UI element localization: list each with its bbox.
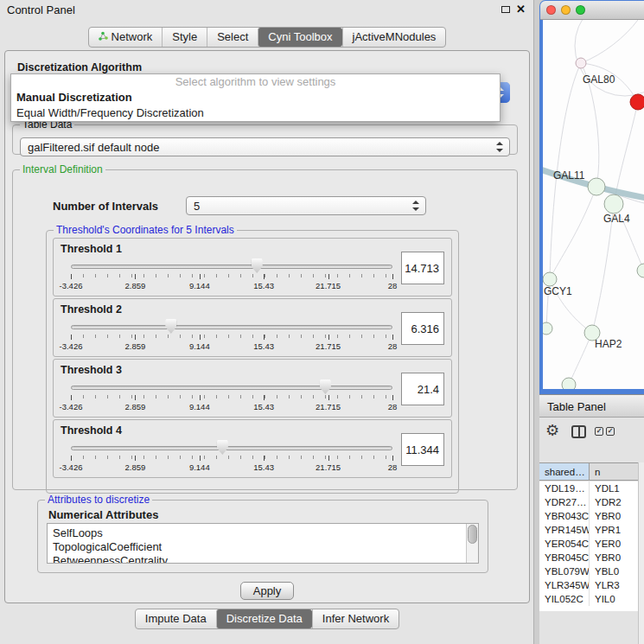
scrollbar-thumb[interactable]: [468, 525, 477, 544]
network-node-label[interactable]: HAP2: [595, 338, 622, 350]
tab-impute-data[interactable]: Impute Data: [136, 609, 216, 628]
column-header-shared-name[interactable]: shared…: [539, 463, 590, 480]
major-tick: [392, 395, 393, 400]
apply-button[interactable]: Apply: [240, 582, 294, 600]
columns-icon[interactable]: [571, 425, 586, 438]
table-cell[interactable]: YIL0: [590, 592, 638, 606]
table-cell[interactable]: YBL079W: [539, 564, 590, 578]
threshold-slider[interactable]: -3.4262.8599.14415.4321.71528: [71, 379, 392, 417]
attribute-list-item[interactable]: TopologicalCoefficient: [53, 540, 478, 554]
network-node-label[interactable]: GAL80: [583, 73, 615, 86]
table-cell[interactable]: YBR043C: [539, 509, 590, 523]
table-cell[interactable]: YPR145W: [539, 523, 590, 537]
attribute-list-item[interactable]: BetweennessCentrality: [53, 554, 478, 564]
dropdown-option-equal-width-frequency[interactable]: Equal Width/Frequency Discretization: [11, 105, 500, 121]
table-cell[interactable]: YBR0: [590, 551, 638, 564]
float-window-icon[interactable]: [501, 6, 510, 13]
numerical-attributes-label: Numerical Attributes: [48, 508, 488, 521]
major-tick: [392, 335, 393, 340]
table-cell[interactable]: YDL1: [590, 481, 638, 495]
network-node-label[interactable]: GAL4: [603, 213, 630, 225]
scale-label: 15.43: [253, 402, 274, 411]
tab-jactivemnodules[interactable]: jActiveMNodules: [342, 28, 446, 47]
list-scrollbar[interactable]: [466, 524, 478, 563]
major-tick: [264, 335, 265, 340]
tab-label: Network: [112, 30, 153, 44]
table-cell[interactable]: YDR2: [590, 495, 638, 509]
network-canvas[interactable]: GAL80GAL11GAL4GCY1HAP2: [543, 20, 644, 389]
tab-label: jActiveMNodules: [353, 30, 437, 44]
tab-select[interactable]: Select: [207, 28, 258, 47]
table-cell[interactable]: YER054C: [539, 537, 590, 551]
interval-definition-group: Interval Definition Number of Intervals …: [12, 163, 518, 490]
table-cell[interactable]: YLR345W: [539, 578, 590, 592]
checkbox-icon[interactable]: [606, 427, 615, 436]
tab-cyni-toolbox[interactable]: Cyni Toolbox: [258, 28, 341, 47]
tab-infer-network[interactable]: Infer Network: [312, 609, 399, 628]
table-cell[interactable]: YER0: [590, 537, 638, 551]
tab-label: Select: [217, 30, 248, 44]
table-row[interactable]: YIL052CYIL0: [539, 592, 638, 606]
threshold-value-field[interactable]: 21.4: [401, 373, 444, 405]
table-data-selected-value: galFiltered.sif default node: [28, 141, 159, 154]
attribute-list-item[interactable]: SelfLoops: [53, 526, 478, 540]
close-traffic-light-icon[interactable]: [546, 5, 556, 15]
scale-label: 21.715: [316, 402, 341, 411]
threshold-row: Threshold 4 -3.4262.8599.14415.4321.7152…: [53, 419, 452, 478]
close-icon[interactable]: ✕: [516, 3, 526, 16]
table-cell[interactable]: YDL19…: [539, 481, 590, 495]
table-data-combobox[interactable]: galFiltered.sif default node: [20, 137, 510, 156]
table-row[interactable]: YDR27…YDR2: [539, 495, 638, 509]
table-cell[interactable]: YBL0: [590, 564, 638, 578]
major-tick: [135, 395, 136, 400]
scale-label: 21.715: [316, 281, 341, 290]
major-tick: [200, 456, 201, 461]
table-scrollbar[interactable]: [638, 462, 644, 644]
threshold-value-field[interactable]: 6.316: [401, 312, 444, 345]
table-cell[interactable]: YLR3: [590, 578, 638, 592]
dropdown-option-manual-discretization[interactable]: Manual Discretization: [11, 90, 500, 105]
tab-style[interactable]: Style: [162, 28, 207, 47]
scale-label: 15.43: [253, 462, 274, 472]
network-node-label[interactable]: GCY1: [544, 285, 572, 297]
threshold-slider[interactable]: -3.4262.8599.14415.4321.71528: [71, 318, 392, 356]
gear-icon[interactable]: ⚙: [545, 421, 559, 439]
table-row[interactable]: YBR045CYBR0: [539, 551, 638, 564]
table-row[interactable]: YER054CYER0: [539, 537, 638, 551]
minimize-traffic-light-icon[interactable]: [561, 5, 571, 15]
table-row[interactable]: YPR145WYPR1: [539, 523, 638, 537]
updown-arrows-icon: [412, 201, 419, 211]
table-cell[interactable]: YPR1: [590, 523, 638, 537]
tab-discretize-data[interactable]: Discretize Data: [216, 609, 312, 628]
numerical-attributes-list[interactable]: SelfLoopsTopologicalCoefficientBetweenne…: [47, 523, 479, 564]
major-tick: [328, 274, 329, 279]
table-cell[interactable]: YBR0: [590, 509, 638, 523]
scale-label: 21.715: [316, 341, 341, 351]
number-of-intervals-spinner[interactable]: 5: [186, 196, 426, 215]
table-cell[interactable]: YIL052C: [539, 592, 590, 606]
control-panel: Control Panel ✕ NetworkStyleSelectCyni T…: [0, 0, 534, 644]
column-header-name[interactable]: n: [590, 463, 638, 480]
table-row[interactable]: YLR345WYLR3: [539, 578, 638, 592]
threshold-slider[interactable]: -3.4262.8599.14415.4321.71528: [71, 439, 392, 477]
zoom-traffic-light-icon[interactable]: [576, 5, 585, 15]
table-row[interactable]: YBL079WYBL0: [539, 564, 638, 578]
major-tick: [328, 456, 329, 461]
slider-scale: -3.4262.8599.14415.4321.71528: [71, 439, 392, 477]
network-node: [637, 264, 644, 277]
scale-label: 2.859: [125, 281, 146, 290]
threshold-value-field[interactable]: 11.344: [401, 433, 444, 466]
table-cell[interactable]: YBR045C: [539, 551, 590, 564]
tab-network[interactable]: Network: [89, 28, 163, 47]
threshold-row: Threshold 1 -3.4262.8599.14415.4321.7152…: [53, 238, 452, 296]
network-node-label[interactable]: GAL11: [553, 169, 585, 182]
threshold-slider[interactable]: -3.4262.8599.14415.4321.71528: [71, 258, 392, 296]
scale-label: -3.426: [60, 341, 83, 351]
checkbox-icon[interactable]: [595, 427, 603, 436]
dropdown-option-placeholder[interactable]: Select algorithm to view settings: [11, 74, 500, 90]
major-tick: [71, 456, 72, 461]
table-row[interactable]: YDL19…YDL1: [539, 481, 638, 495]
table-row[interactable]: YBR043CYBR0: [539, 509, 638, 523]
table-cell[interactable]: YDR27…: [539, 495, 590, 509]
threshold-value-field[interactable]: 14.713: [401, 252, 444, 284]
